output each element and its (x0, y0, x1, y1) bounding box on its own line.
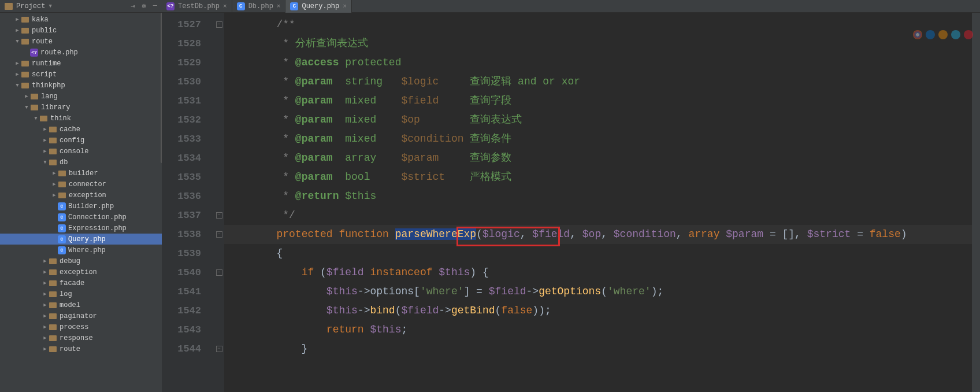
fold-marker[interactable] (214, 72, 224, 91)
tree-item[interactable]: ▶exception (0, 267, 162, 278)
opera-icon[interactable] (964, 30, 973, 39)
tree-item[interactable]: ▶config (0, 135, 162, 146)
ie-icon[interactable] (951, 30, 960, 39)
collapse-icon[interactable]: ⇥ (131, 2, 135, 10)
tree-item[interactable]: ▶kaka (0, 14, 162, 25)
hide-icon[interactable]: — (153, 2, 157, 10)
tree-arrow-icon[interactable]: ▶ (14, 71, 21, 77)
tree-arrow-icon[interactable]: ▶ (42, 291, 49, 297)
tree-arrow-icon[interactable]: ▶ (42, 126, 49, 132)
tree-item[interactable]: CQuery.php (0, 234, 162, 245)
folder-icon (21, 81, 29, 90)
tree-arrow-icon[interactable]: ▶ (14, 60, 21, 66)
fold-marker[interactable] (214, 149, 224, 168)
fold-marker[interactable] (214, 282, 224, 301)
tree-item[interactable]: ▶script (0, 69, 162, 80)
tree-arrow-icon[interactable]: ▶ (51, 181, 58, 187)
tree-item[interactable]: ▶cache (0, 124, 162, 135)
fold-marker[interactable] (214, 187, 224, 206)
tree-arrow-icon[interactable]: ▼ (42, 160, 49, 165)
tree-arrow-icon[interactable]: ▶ (23, 93, 30, 99)
tree-item[interactable]: ▶public (0, 25, 162, 36)
tree-item[interactable]: ▶model (0, 299, 162, 310)
fold-marker[interactable] (214, 168, 224, 187)
tree-item[interactable]: CExpression.php (0, 223, 162, 234)
fold-marker[interactable] (214, 244, 224, 263)
close-icon[interactable]: × (277, 3, 281, 10)
fold-marker[interactable] (214, 110, 224, 130)
editor-scrollbar[interactable] (972, 13, 980, 392)
folder-icon (21, 37, 29, 46)
tree-item[interactable]: ▶console (0, 146, 162, 157)
tree-item[interactable]: ▶runtime (0, 58, 162, 69)
tree-arrow-icon[interactable]: ▶ (42, 324, 49, 330)
tree-item[interactable]: ▶exception (0, 190, 162, 201)
tree-arrow-icon[interactable]: ▶ (42, 335, 49, 341)
tree-arrow-icon[interactable]: ▶ (42, 302, 49, 308)
project-tree: ▶kaka▶public▼route<?route.php▶runtime▶sc… (0, 14, 162, 354)
fold-marker[interactable]: − (214, 15, 224, 34)
code-editor[interactable]: 1527152815291530153115321533153415351536… (162, 13, 980, 392)
tree-item[interactable]: ▼thinkphp (0, 80, 162, 91)
tree-item[interactable]: ▶route (0, 343, 162, 354)
tree-arrow-icon[interactable]: ▶ (14, 16, 21, 23)
tree-item[interactable]: ▶paginator (0, 310, 162, 321)
tree-item[interactable]: ▶lang (0, 91, 162, 102)
tree-item[interactable]: ▶connector (0, 179, 162, 190)
tree-item[interactable]: ▼think (0, 113, 162, 124)
tree-arrow-icon[interactable]: ▶ (51, 192, 58, 198)
tree-item[interactable]: ▼db (0, 157, 162, 168)
firefox-icon[interactable] (938, 30, 948, 39)
tree-item[interactable]: ▶response (0, 332, 162, 343)
tree-item[interactable]: ▶process (0, 321, 162, 332)
tree-item[interactable]: ▶log (0, 289, 162, 299)
tree-item[interactable]: <?route.php (0, 47, 162, 58)
tree-arrow-icon[interactable]: ▶ (42, 137, 49, 143)
fold-marker[interactable]: − (214, 263, 224, 282)
tree-item[interactable]: ▼route (0, 36, 162, 47)
tree-arrow-icon[interactable]: ▶ (42, 346, 49, 352)
tree-item[interactable]: ▶builder (0, 168, 162, 179)
fold-marker[interactable]: − (214, 206, 224, 225)
tree-arrow-icon[interactable]: ▶ (42, 313, 49, 319)
editor-tab[interactable]: <?TestDb.php× (162, 0, 232, 13)
chrome-icon[interactable] (913, 30, 922, 39)
fold-marker[interactable] (214, 301, 224, 320)
fold-marker[interactable]: − (214, 225, 224, 244)
project-sidebar[interactable]: ▶kaka▶public▼route<?route.php▶runtime▶sc… (0, 13, 162, 392)
folder-icon (49, 125, 57, 134)
edge-icon[interactable] (926, 30, 935, 39)
gear-icon[interactable]: ✻ (142, 2, 146, 10)
tree-arrow-icon[interactable]: ▼ (14, 83, 21, 88)
fold-marker[interactable] (214, 130, 224, 149)
editor-tab[interactable]: CQuery.php× (285, 0, 351, 13)
tree-item[interactable]: CConnection.php (0, 212, 162, 223)
dropdown-icon[interactable]: ▼ (49, 3, 51, 9)
tree-arrow-icon[interactable]: ▼ (32, 116, 39, 121)
fold-marker[interactable]: − (214, 339, 224, 358)
tree-arrow-icon[interactable]: ▶ (51, 170, 58, 176)
tree-arrow-icon[interactable]: ▶ (42, 280, 49, 286)
close-icon[interactable]: × (343, 3, 347, 10)
tree-item[interactable]: ▶facade (0, 278, 162, 289)
fold-marker[interactable] (214, 53, 224, 72)
tree-arrow-icon[interactable]: ▶ (42, 269, 49, 275)
project-tool-header[interactable]: Project ▼ ⇥ ✻ — (0, 2, 162, 10)
fold-marker[interactable] (214, 91, 224, 110)
tree-item[interactable]: CBuilder.php (0, 201, 162, 212)
tree-item[interactable]: ▶debug (0, 256, 162, 267)
tree-item[interactable]: ▼library (0, 102, 162, 113)
file-icon: C (58, 202, 66, 210)
fold-marker[interactable] (214, 34, 224, 53)
tree-item[interactable]: CWhere.php (0, 245, 162, 256)
editor-tab[interactable]: CDb.php× (232, 0, 286, 13)
tree-arrow-icon[interactable]: ▶ (14, 27, 21, 34)
tree-arrow-icon[interactable]: ▶ (42, 148, 49, 154)
folder-icon (21, 59, 29, 68)
tree-arrow-icon[interactable]: ▶ (42, 258, 49, 264)
tree-arrow-icon[interactable]: ▼ (23, 105, 30, 110)
close-icon[interactable]: × (223, 3, 227, 10)
fold-marker[interactable] (214, 320, 224, 339)
tree-arrow-icon[interactable]: ▼ (14, 39, 21, 45)
code-area[interactable]: /** * 分析查询表达式 * @access protected * @par… (224, 13, 972, 392)
